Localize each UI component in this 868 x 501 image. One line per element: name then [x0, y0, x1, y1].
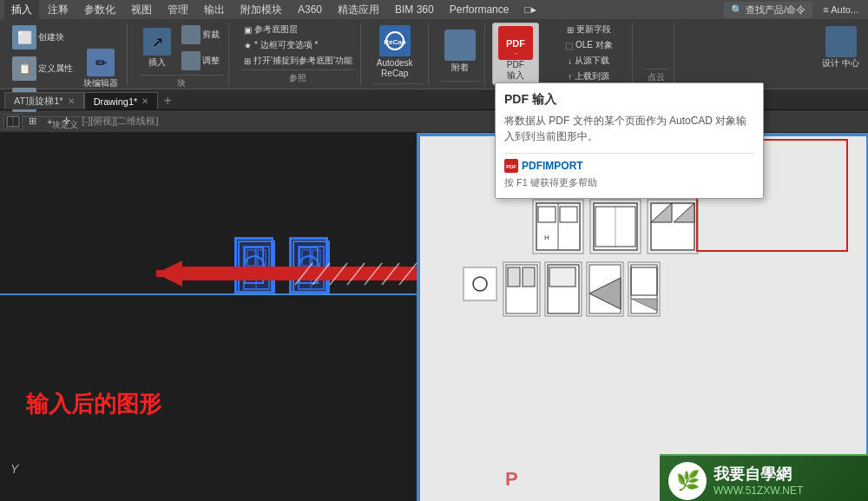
new-tab-button[interactable]: +	[158, 92, 176, 109]
tooltip-title: PDF 输入	[504, 92, 754, 108]
tab-featured[interactable]: 精选应用	[331, 0, 386, 19]
tab-annotate[interactable]: 注释	[41, 0, 76, 19]
sub-toolbar-snap[interactable]: ⊞	[24, 114, 41, 129]
group-block-label: 块	[140, 75, 223, 91]
svg-text:PDF: PDF	[506, 38, 525, 49]
tooltip-desc: 将数据从 PDF 文件的某个页面作为 AutoCAD 对象输入到到当前图形中。	[504, 113, 754, 144]
group-attach-label	[441, 81, 479, 85]
pdf-input-button[interactable]: PDF→ PDF 输入	[492, 23, 539, 85]
watermark-text: 我要自學網 WWW.51ZXW.NET	[713, 465, 803, 497]
tab-drawing1-close[interactable]: ✕	[141, 96, 148, 106]
group-recap-label	[373, 83, 423, 88]
svg-rect-54	[560, 207, 577, 222]
attach-button[interactable]: 附着	[441, 27, 479, 76]
tab-at-rotary-close[interactable]: ✕	[68, 96, 75, 106]
tab-drawing1[interactable]: Drawing1* ✕	[84, 92, 159, 109]
tooltip-popup: PDF 输入 将数据从 PDF 文件的某个页面作为 AutoCAD 对象输入到到…	[495, 82, 764, 199]
clip-button[interactable]: 剪裁	[178, 23, 223, 47]
tab-a360[interactable]: A360	[291, 0, 329, 19]
tab-view[interactable]: 视图	[124, 0, 159, 19]
insert-icon: ↗	[143, 28, 171, 56]
ribbon: 插入 注释 参数化 视图 管理 输出 附加模块 A360 精选应用 BIM 36…	[0, 0, 868, 89]
svg-rect-73	[549, 267, 575, 287]
tab-output[interactable]: 输出	[197, 0, 232, 19]
watermark-logo: 🌿	[668, 462, 707, 500]
adjust-button[interactable]: 调整	[178, 49, 223, 73]
svg-rect-69	[523, 267, 535, 287]
svg-rect-53	[538, 207, 556, 222]
tooltip-divider	[504, 153, 754, 154]
tab-addons[interactable]: 附加模块	[233, 0, 289, 19]
insert-button[interactable]: ↗ 插入	[140, 25, 174, 70]
pdf-input-label: PDF 输入	[507, 60, 524, 82]
update-field-btn[interactable]: ⊞ 更新字段	[564, 23, 614, 36]
watermark: 🌿 我要自學網 WWW.51ZXW.NET	[660, 454, 868, 501]
view-label: [-][俯视][二维线框]	[76, 113, 163, 129]
svg-rect-64	[464, 267, 496, 300]
recap-icon: ReCap	[379, 25, 411, 56]
design-center-label: 设计 中心	[822, 57, 859, 69]
tab-manage[interactable]: 管理	[161, 0, 195, 19]
ref-layer-btn[interactable]: ▣ 参考底图层	[241, 23, 300, 36]
recap-button[interactable]: ReCap AutodeskReCap	[373, 23, 417, 82]
adjust-label: 调整	[202, 56, 220, 66]
group-block: ↗ 插入 剪裁 调整 块	[135, 23, 229, 85]
design-center-button[interactable]: 设计 中心	[817, 23, 865, 85]
sub-toolbar-crosshair[interactable]: ✛	[58, 114, 75, 129]
group-reference: ▣ 参考底图层 ★ * 边框可变选项 * ⊞ 打开'捕捉到参考底图'功能 参照	[236, 23, 361, 85]
tab-bim360[interactable]: BIM 360	[388, 0, 441, 19]
group-right-buttons: ⊞ 更新字段 ⬚ OLE 对象 ↓ 从源下载 ↑ 上载到源	[551, 23, 627, 83]
block-editor-label: 块编辑器	[83, 78, 118, 89]
create-block-button[interactable]: ⬜ 创建块	[9, 23, 76, 52]
insert-label: 插入	[148, 57, 166, 68]
viewport-icon	[3, 114, 23, 129]
group-recap: ReCap AutodeskReCap	[368, 23, 429, 85]
attach-icon	[444, 30, 476, 61]
tab-parametric[interactable]: 参数化	[77, 0, 122, 19]
tab-performance[interactable]: Performance	[443, 0, 516, 19]
arrow-svg	[139, 250, 425, 298]
svg-rect-68	[508, 267, 520, 287]
tab-insert[interactable]: 插入	[4, 0, 39, 19]
svg-text:→: →	[512, 50, 518, 56]
pdf-draw-text: P	[505, 468, 518, 491]
group-reference-buttons: ▣ 参考底图层 ★ * 边框可变选项 * ⊞ 打开'捕捉到参考底图'功能	[241, 23, 355, 68]
create-block-label: 创建块	[38, 32, 64, 43]
search-label: 查找产品/命令	[746, 4, 806, 15]
svg-text:ReCap: ReCap	[384, 38, 405, 46]
tab-at-rotary[interactable]: AT顶旋梯1* ✕	[4, 92, 84, 109]
watermark-title: 我要自學網	[713, 465, 803, 485]
group-reference-label: 参照	[241, 69, 355, 86]
ribbon-content: ⬜ 创建块 📋 定义属性 ⚙ 管理属性 ✏ 块编辑器	[0, 19, 868, 89]
from-download-btn[interactable]: ↓ 从源下载	[565, 54, 612, 68]
group-recap-buttons: ReCap AutodeskReCap	[373, 23, 423, 82]
sub-toolbar-grid[interactable]: +	[43, 115, 56, 129]
group-cloud: 点云	[640, 23, 674, 85]
pdf-input-icon: PDF→	[498, 26, 533, 60]
watermark-url: WWW.51ZXW.NET	[713, 485, 803, 497]
design-center-icon	[825, 26, 857, 57]
tab-drawing1-label: Drawing1*	[94, 96, 138, 107]
tab-expand[interactable]: □▸	[517, 0, 542, 19]
group-attach: 附着	[436, 23, 485, 85]
ref-frame-btn[interactable]: ★ * 边框可变选项 *	[241, 38, 320, 52]
ref-snap-btn[interactable]: ⊞ 打开'捕捉到参考底图'功能	[241, 54, 355, 68]
cad-doors-bottom	[462, 260, 661, 320]
search-icon: 🔍	[731, 4, 743, 15]
define-attr-button[interactable]: 📋 定义属性	[9, 54, 76, 83]
group-block-buttons: ↗ 插入 剪裁 调整	[140, 23, 223, 73]
define-attr-label: 定义属性	[38, 63, 73, 74]
search-bar[interactable]: 🔍 查找产品/命令	[724, 2, 812, 18]
upload-source-btn[interactable]: ↑ 上载到源	[565, 69, 612, 83]
create-block-icon: ⬜	[12, 25, 36, 49]
ribbon-tab-bar: 插入 注释 参数化 视图 管理 输出 附加模块 A360 精选应用 BIM 36…	[0, 0, 868, 19]
define-attr-icon: 📋	[12, 56, 36, 81]
y-axis-label: Y	[10, 462, 18, 476]
svg-text:H: H	[544, 234, 549, 241]
block-editor-button[interactable]: ✏ 块编辑器	[80, 46, 122, 91]
recap-label: AutodeskReCap	[377, 58, 413, 79]
group-block-define: ⬜ 创建块 📋 定义属性 ⚙ 管理属性 ✏ 块编辑器	[3, 23, 128, 85]
group-right-actions: ⊞ 更新字段 ⬚ OLE 对象 ↓ 从源下载 ↑ 上载到源	[546, 23, 633, 85]
tooltip-cmd: PDF PDFIMPORT	[504, 159, 754, 173]
ole-obj-btn[interactable]: ⬚ OLE 对象	[562, 38, 615, 52]
